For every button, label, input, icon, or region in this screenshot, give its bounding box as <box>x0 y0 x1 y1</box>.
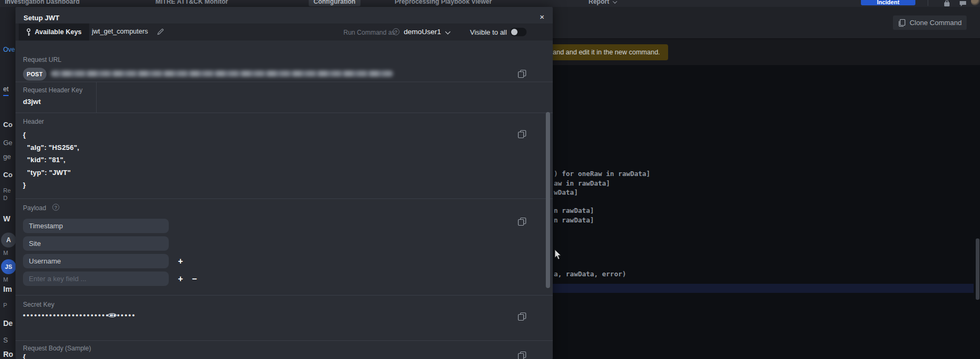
payload-field-username[interactable] <box>23 254 169 268</box>
code-line: aw in rawData] <box>554 179 610 187</box>
copy-icon[interactable] <box>518 69 527 79</box>
background-fragment: ge <box>3 153 11 161</box>
screen: Investigation Dashboard MITRE ATT&CK Mon… <box>0 0 980 359</box>
secret-key-label: Secret Key <box>23 301 54 308</box>
cell-divider <box>96 82 97 113</box>
nav-tab-mitre-attack-monitor[interactable]: MITRE ATT&CK Monitor <box>155 0 228 5</box>
copy-icon[interactable] <box>518 351 527 359</box>
editor-scrollbar[interactable] <box>976 238 979 300</box>
background-fragment: JS <box>1 259 16 274</box>
add-field-button[interactable]: + <box>176 257 185 266</box>
warning-text: and and edit it in the new command. <box>553 49 660 56</box>
nav-tab-preprocessing-playbook-viewer[interactable]: Preprocessing Playbook Viewer <box>395 0 492 5</box>
request-body-preview: { <box>23 353 26 359</box>
copy-icon[interactable] <box>518 130 527 139</box>
copy-icon[interactable] <box>518 217 527 227</box>
nav-tab-report-label: Report <box>589 0 609 5</box>
request-url-redacted <box>51 70 394 77</box>
edit-pencil-icon[interactable] <box>157 28 164 35</box>
background-fragment: et <box>3 85 9 96</box>
background-fragment: Ro <box>3 350 13 358</box>
section-divider <box>15 340 553 341</box>
eye-icon[interactable] <box>107 312 117 318</box>
chevron-down-icon <box>613 0 617 4</box>
request-header-key-value[interactable]: d3jwt <box>23 98 41 106</box>
modal-subheader: Available Keys jwt_get_computers Run Com… <box>15 23 553 41</box>
code-line: n rawData] <box>554 216 594 224</box>
section-divider <box>15 198 553 199</box>
section-divider <box>15 295 553 296</box>
background-fragment: S <box>3 336 8 344</box>
chevron-down-icon[interactable] <box>445 29 451 35</box>
available-keys-label: Available Keys <box>35 28 82 36</box>
code-line: ) for oneRaw in rawData] <box>554 170 650 178</box>
key-icon <box>26 28 31 36</box>
setup-jwt-modal: Setup JWT × Available Keys jwt_get_compu… <box>15 7 553 359</box>
background-fragment: Co <box>3 171 12 179</box>
background-fragment: Ge <box>3 139 12 147</box>
help-icon[interactable]: ? <box>393 28 399 35</box>
payload-field-timestamp[interactable] <box>23 219 169 233</box>
visible-to-all-label: Visible to all <box>470 28 507 36</box>
background-fragment: M <box>3 250 8 256</box>
background-fragment: W <box>3 214 10 223</box>
modal-scrollbar[interactable] <box>546 112 550 288</box>
code-line: wData] <box>554 188 578 196</box>
clone-command-button[interactable]: Clone Command <box>893 15 967 30</box>
payload-field-site[interactable] <box>23 236 169 251</box>
available-keys-button[interactable]: Available Keys <box>19 23 89 41</box>
clone-command-label: Clone Command <box>910 19 962 27</box>
code-highlighted-line <box>553 284 974 293</box>
code-line: n rawData] <box>554 206 594 214</box>
background-fragment: Co <box>3 121 12 129</box>
run-command-as-label: Run Command as <box>343 29 395 36</box>
incident-button[interactable]: Incident <box>861 0 915 5</box>
http-method-badge: POST <box>23 68 46 81</box>
visible-to-all-toggle[interactable] <box>510 28 527 36</box>
user-avatar[interactable] <box>971 0 980 6</box>
payload-label: Payload <box>23 204 46 212</box>
top-navigation: Investigation Dashboard MITRE ATT&CK Mon… <box>0 0 980 7</box>
request-body-label: Request Body (Sample) <box>23 345 91 352</box>
copy-icon[interactable] <box>518 312 527 322</box>
background-fragment: Re <box>3 187 11 194</box>
nav-tab-configuration[interactable]: Configuration <box>309 0 360 6</box>
command-name: jwt_get_computers <box>92 28 148 35</box>
close-icon[interactable]: × <box>536 11 548 23</box>
secret-key-masked-value: •••••••••••••••••••••••••••••• <box>23 311 136 319</box>
run-command-as-select[interactable]: demoUser1 <box>404 28 441 36</box>
toggle-knob <box>511 29 518 35</box>
payload-field-new[interactable] <box>23 272 169 286</box>
code-line: a, rawData, error) <box>554 270 626 278</box>
nav-tab-investigation-dashboard[interactable]: Investigation Dashboard <box>5 0 80 5</box>
request-header-key-label: Request Header Key <box>23 86 82 94</box>
background-fragment: P <box>3 302 7 308</box>
background-fragment: A <box>1 233 16 248</box>
nav-tab-report[interactable]: Report <box>589 0 616 5</box>
topbar-divider <box>928 0 928 6</box>
chat-icon[interactable] <box>959 1 967 6</box>
header-json: { "alg": "HS256", "kid": "81", "typ": "J… <box>23 129 79 192</box>
clone-icon <box>898 19 906 27</box>
add-field-button[interactable]: + <box>176 275 185 283</box>
code-editor[interactable]: ) for oneRaw in rawData]aw in rawData]wD… <box>553 65 980 359</box>
background-fragment: Ove <box>3 46 15 53</box>
background-fragment: De <box>3 319 13 328</box>
background-fragment: Im <box>3 285 12 293</box>
remove-field-button[interactable]: − <box>190 275 199 283</box>
lock-icon[interactable] <box>943 1 951 6</box>
header-label: Header <box>23 118 44 125</box>
request-url-label: Request URL <box>23 56 61 63</box>
background-fragment: M <box>3 276 8 283</box>
mouse-cursor <box>554 250 562 260</box>
background-fragment: D <box>3 195 7 201</box>
help-icon[interactable]: ? <box>52 204 59 211</box>
warning-banner: and and edit it in the new command. <box>553 44 668 60</box>
modal-title: Setup JWT <box>23 14 59 22</box>
section-divider <box>15 113 553 113</box>
